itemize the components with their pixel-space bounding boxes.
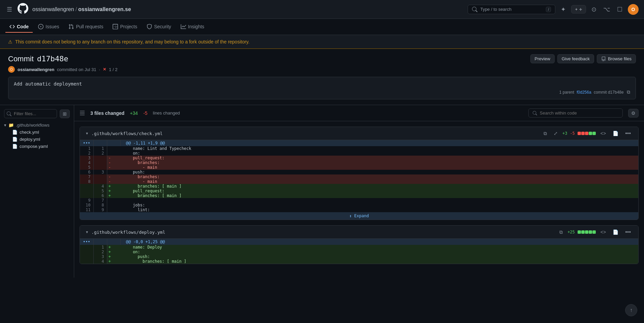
inbox-button[interactable]: ☐ <box>616 4 624 14</box>
file-diff-deploy: ▾ .github/workflows/deploy.yml ⧉ +25 <> … <box>80 225 639 264</box>
file-diff-check-header: ▾ .github/workflows/check.yml ⧉ ⤢ +3 -5 … <box>80 127 638 140</box>
check-more-button[interactable]: ••• <box>623 130 633 137</box>
removed-count: -5 <box>143 110 147 116</box>
diff-area: 3 files changed +34 -5 lines changed ⚙ ▾… <box>74 105 644 278</box>
issues-nav-button[interactable]: ⊙ <box>590 4 598 14</box>
tab-projects-label: Projects <box>120 24 137 29</box>
added-count: +34 <box>130 110 138 116</box>
check-file-path: .github/workflows/check.yml <box>91 131 539 136</box>
avatar[interactable]: O <box>628 4 639 15</box>
check-removed: -5 <box>570 131 575 136</box>
tab-code[interactable]: Code <box>5 21 33 33</box>
view-check-file-button[interactable]: 📄 <box>611 130 620 137</box>
issues-icon <box>38 24 43 29</box>
chevron-down-icon: ▾ <box>4 123 6 128</box>
file-name-check: check.yml <box>20 130 39 135</box>
diff-table-check: ••• @@ -1,11 +1,9 @@ 1 1 name: Lint and … <box>80 140 638 220</box>
alert-icon: ⚠ <box>8 39 12 44</box>
deploy-file-path: .github/workflows/deploy.yml <box>91 230 555 235</box>
collapse-check-button[interactable]: ▾ <box>85 130 89 136</box>
file-item-compose[interactable]: 📄 compose.yaml <box>4 143 70 150</box>
collapse-deploy-button[interactable]: ▾ <box>85 229 89 235</box>
pr-icon <box>68 24 74 29</box>
hamburger-button[interactable]: ☰ <box>5 4 13 14</box>
commit-message: Add automatic deployment <box>14 81 82 87</box>
main-layout: ⊞ ▾ 📁 .github/workflows 📄 check.yml 📄 de… <box>0 105 644 278</box>
plus-button[interactable]: + <box>571 5 586 13</box>
files-changed-count: 3 files changed <box>90 110 124 116</box>
table-row: 7 - branches: <box>80 174 638 179</box>
hunk-expand-btn[interactable]: ••• <box>80 140 93 146</box>
alert-banner: ⚠ This commit does not belong to any bra… <box>0 35 644 49</box>
file-item-check[interactable]: 📄 check.yml <box>4 129 70 136</box>
table-row: 5 + pull_request: <box>80 189 638 193</box>
hunk-expand-deploy-btn[interactable]: ••• <box>80 239 93 245</box>
sidebar-folder-item[interactable]: ▾ 📁 .github/workflows <box>4 122 70 129</box>
file-diff-deploy-header: ▾ .github/workflows/deploy.yml ⧉ +25 <> … <box>80 226 638 239</box>
committed-on: committed on Jul 31 <box>57 67 96 72</box>
copy-check-path-button[interactable]: ⧉ <box>541 130 549 137</box>
file-icon-deploy: 📄 <box>12 137 18 142</box>
file-name-compose: compose.yaml <box>20 144 48 149</box>
table-row: 9 7 <box>80 198 638 203</box>
expand-check-button[interactable]: ⤢ <box>552 130 560 137</box>
lines-changed-label: lines changed <box>153 110 180 116</box>
view-deploy-code-button[interactable]: <> <box>598 229 608 235</box>
prs-nav-button[interactable]: ⌥ <box>602 4 612 14</box>
author-avatar[interactable]: O <box>8 66 15 73</box>
folder-name: .github/workflows <box>16 123 50 128</box>
diff-top-bar: 3 files changed +34 -5 lines changed ⚙ <box>74 105 644 121</box>
parent-hash-link[interactable]: f0d256a <box>577 90 591 95</box>
diff-table-deploy: ••• @@ -0,0 +1,25 @@ 1 + name: Deploy 2 <box>80 239 638 264</box>
file-item-deploy[interactable]: 📄 deploy.yml <box>4 136 70 143</box>
table-row: 4 + branches: [ main ] <box>80 184 638 189</box>
table-row: 2 2 on: <box>80 151 638 156</box>
search-code-input[interactable] <box>540 110 618 116</box>
table-row: 2 + on: <box>80 250 638 254</box>
table-row[interactable]: ↕ Expand <box>80 212 638 220</box>
breadcrumb-repo[interactable]: ossianwallengren.se <box>78 6 131 12</box>
search-bar[interactable]: Type / to search / <box>468 5 555 14</box>
file-diff-check: ▾ .github/workflows/check.yml ⧉ ⤢ +3 -5 … <box>80 127 639 220</box>
copy-hash-button[interactable]: ⧉ <box>627 89 630 95</box>
breadcrumb-user[interactable]: ossianwallengren <box>32 6 74 12</box>
copy-deploy-path-button[interactable]: ⧉ <box>557 229 565 236</box>
diff-view-icon <box>80 110 85 116</box>
deploy-more-button[interactable]: ••• <box>623 228 633 236</box>
table-row: 8 - - main <box>80 179 638 184</box>
search-shortcut: / <box>546 7 551 12</box>
table-row: 1 + name: Deploy <box>80 245 638 250</box>
alert-message: This commit does not belong to any branc… <box>15 39 250 44</box>
deploy-stat-blocks <box>578 230 596 234</box>
browse-files-button[interactable]: Browse files <box>597 54 636 63</box>
commit-author[interactable]: ossianwallengren <box>18 67 54 72</box>
filter-files-input[interactable] <box>4 109 57 118</box>
table-row: 6 + branches: [ main ] <box>80 193 638 198</box>
check-count[interactable]: 1 / 2 <box>109 67 117 72</box>
tab-issues-label: Issues <box>46 24 59 29</box>
tab-code-label: Code <box>17 24 29 29</box>
table-row: 3 + push: <box>80 254 638 259</box>
diff-settings-button[interactable]: ⚙ <box>628 109 639 118</box>
tab-pullrequests[interactable]: Pull requests <box>64 21 107 33</box>
sidebar: ⊞ ▾ 📁 .github/workflows 📄 check.yml 📄 de… <box>0 105 74 278</box>
github-logo-icon <box>18 3 28 16</box>
tab-security[interactable]: Security <box>143 21 175 33</box>
tab-insights[interactable]: Insights <box>177 21 208 33</box>
check-separator: · <box>99 67 100 72</box>
search-code-icon <box>533 111 537 116</box>
check-added: +3 <box>562 131 567 136</box>
filter-options-button[interactable]: ⊞ <box>60 109 70 118</box>
tab-security-label: Security <box>154 24 171 29</box>
tab-projects[interactable]: Projects <box>109 21 141 33</box>
view-check-code-button[interactable]: <> <box>598 130 608 137</box>
copilot-button[interactable]: ✦ <box>559 4 567 14</box>
tab-issues[interactable]: Issues <box>34 21 63 33</box>
tab-insights-label: Insights <box>188 24 204 29</box>
give-feedback-button[interactable]: Give feedback <box>557 54 594 63</box>
check-status-icon: ✕ <box>103 67 106 72</box>
preview-button[interactable]: Preview <box>530 54 555 63</box>
view-deploy-file-button[interactable]: 📄 <box>611 229 620 235</box>
table-row: ••• @@ -1,11 +1,9 @@ <box>80 140 638 146</box>
top-nav: ☰ ossianwallengren / ossianwallengren.se… <box>0 0 644 19</box>
